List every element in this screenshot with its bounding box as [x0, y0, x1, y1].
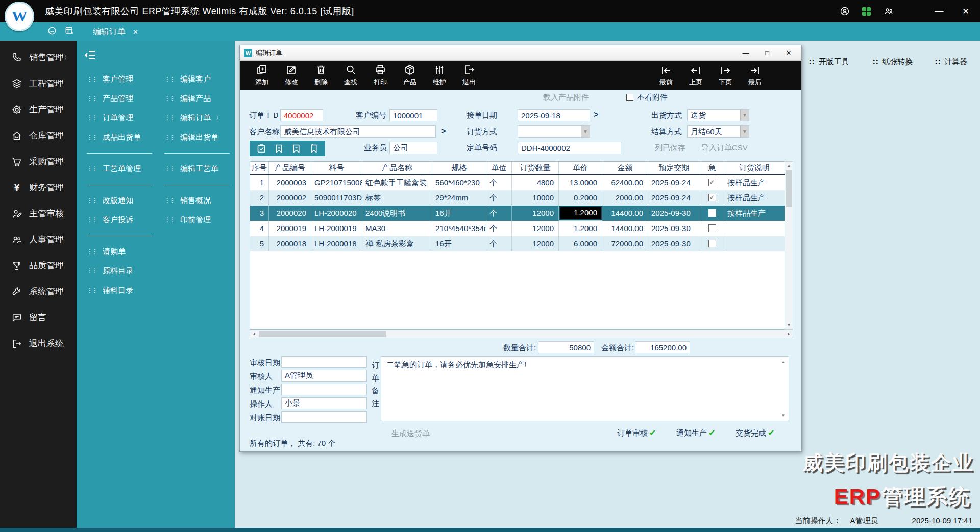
saved-columns-link[interactable]: 列已保存	[655, 143, 685, 153]
table-cell[interactable]: 560*460*230	[432, 175, 486, 190]
urgent-checkbox[interactable]: ✓	[708, 194, 716, 201]
scroll-down-icon[interactable]: ▾	[785, 321, 793, 329]
dropdown-arrow-icon[interactable]: ▼	[740, 110, 749, 121]
tab-close-icon[interactable]: ✕	[133, 28, 138, 36]
sidebar-item-sales[interactable]: 销售管理 〉	[0, 44, 77, 70]
sidebar-item-hr[interactable]: 人事管理	[0, 226, 77, 252]
load-attachment-link[interactable]: 载入产品附件	[543, 93, 589, 103]
bookmark-icon[interactable]	[308, 143, 319, 154]
green-app-icon[interactable]	[862, 7, 871, 16]
submenu-item-process-sheet[interactable]: ⋮⋮工艺单管理	[87, 159, 159, 179]
delivery-complete-status[interactable]: 交货完成✔	[736, 428, 774, 438]
scroll-down-icon[interactable]: ▾	[779, 412, 787, 419]
table-cell[interactable]: 29*24mm	[432, 190, 486, 206]
table-cell[interactable]: 10000	[512, 190, 559, 206]
skip-attachment-checkbox[interactable]	[626, 94, 633, 101]
review-date-input[interactable]	[281, 356, 367, 368]
settle-method-select[interactable]: 月结60天▼	[687, 125, 749, 138]
table-cell[interactable]: LH-2000018	[311, 236, 362, 251]
collapse-menu-icon[interactable]	[84, 49, 97, 63]
submenu-item-shipment[interactable]: ⋮⋮成品出货单	[87, 128, 159, 147]
urgent-checkbox[interactable]: ✓	[708, 179, 716, 186]
contacts-icon[interactable]	[883, 6, 894, 16]
sidebar-item-production[interactable]: 生产管理	[0, 96, 77, 122]
table-cell[interactable]: GP210715008	[311, 175, 362, 190]
table-cell[interactable]: 个	[486, 221, 512, 236]
submenu-item-complaints[interactable]: ⋮⋮客户投诉	[87, 210, 159, 230]
last-record-button[interactable]: 最后	[740, 63, 770, 89]
table-cell[interactable]: 5090011703D	[311, 190, 362, 206]
edit-button[interactable]: 修改	[277, 62, 306, 89]
order-method-select[interactable]: ▼	[518, 125, 590, 138]
table-cell[interactable]: 2000003	[269, 175, 311, 190]
table-cell[interactable]: ✓	[700, 190, 724, 206]
table-cell[interactable]: 2025-09-24	[648, 175, 700, 190]
dropdown-arrow-icon[interactable]: ▼	[581, 126, 590, 137]
table-cell[interactable]: 个	[486, 190, 512, 206]
confirm-check-icon[interactable]	[256, 143, 267, 154]
table-cell[interactable]: 2000002	[269, 190, 311, 206]
submenu-item-order-mgmt[interactable]: ⋮⋮订单管理	[87, 108, 159, 128]
table-cell[interactable]: 2	[250, 190, 269, 206]
sidebar-item-messages[interactable]: 留言	[0, 305, 77, 331]
table-cell[interactable]: 13.0000	[559, 175, 602, 190]
production-notified-status[interactable]: 通知生产✔	[676, 428, 715, 438]
table-cell[interactable]: 标签	[362, 190, 432, 206]
date-picker-button[interactable]: >	[594, 110, 598, 119]
bookmark-remove-icon[interactable]	[291, 143, 302, 154]
reconcile-date-input[interactable]	[281, 411, 367, 423]
table-cell[interactable]: 2025-09-30	[648, 236, 700, 251]
tool-imposition[interactable]: ∷开版工具	[809, 57, 849, 67]
maintain-button[interactable]: 维护	[425, 62, 454, 89]
table-cell[interactable]: 1	[250, 175, 269, 190]
table-horizontal-scrollbar[interactable]: ◂ ▸	[250, 330, 793, 338]
scroll-up-icon[interactable]: ▴	[785, 162, 793, 169]
column-header[interactable]: 料号	[311, 162, 362, 174]
table-cell[interactable]: MA30	[362, 221, 432, 236]
table-cell[interactable]: 按样品生产	[724, 206, 785, 221]
table-cell[interactable]: 禅-私房茶彩盒	[362, 236, 432, 251]
table-row[interactable]: 12000003GP210715008红色款手工罐盒装560*460*230个4…	[250, 175, 785, 190]
submenu-item-edit-customer[interactable]: ⋮⋮编辑客户	[164, 69, 237, 89]
table-cell[interactable]: 2025-09-30	[648, 221, 700, 236]
table-cell[interactable]: 2000018	[269, 236, 311, 251]
dialog-close-button[interactable]: ✕	[778, 46, 799, 60]
table-cell[interactable]: 72000.00	[602, 236, 648, 251]
sidebar-item-logout[interactable]: 退出系统	[0, 331, 77, 357]
table-row[interactable]: 52000018LH-2000018禅-私房茶彩盒16开个120006.0000…	[250, 236, 785, 251]
prev-page-button[interactable]: 上页	[681, 63, 710, 89]
table-cell[interactable]: 2025-09-30	[648, 206, 700, 221]
salesman-input[interactable]	[389, 142, 437, 154]
column-header[interactable]: 金额	[602, 162, 648, 174]
table-cell[interactable]: 14400.00	[602, 221, 648, 236]
table-cell[interactable]: 1.2000	[559, 221, 602, 236]
urgent-checkbox[interactable]	[708, 209, 716, 217]
sidebar-item-supervisor-review[interactable]: 主管审核	[0, 200, 77, 226]
table-cell[interactable]: 5	[250, 236, 269, 251]
submenu-item-raw-materials[interactable]: ⋮⋮原料目录	[87, 261, 159, 281]
minimize-button[interactable]: —	[932, 6, 946, 16]
order-remark-textarea[interactable]: 二笔急的订单，请务必优先加急安排生产!	[381, 356, 789, 421]
table-cell[interactable]: 2025-09-24	[648, 190, 700, 206]
column-header[interactable]: 急	[700, 162, 724, 174]
table-cell[interactable]: 210*4540*354mm	[432, 221, 486, 236]
table-cell[interactable]	[700, 236, 724, 251]
scroll-up-icon[interactable]: ▴	[779, 358, 787, 366]
table-cell[interactable]: 个	[486, 206, 512, 221]
urgent-checkbox[interactable]	[708, 224, 716, 232]
next-page-button[interactable]: 下页	[710, 63, 740, 89]
table-cell[interactable]: 2000020	[269, 206, 311, 221]
submenu-item-edit-product[interactable]: ⋮⋮编辑产品	[164, 89, 237, 108]
scroll-left-icon[interactable]: ◂	[250, 330, 258, 338]
sidebar-item-purchasing[interactable]: 采购管理	[0, 148, 77, 174]
table-cell[interactable]: 12000	[512, 236, 559, 251]
table-cell[interactable]: 16开	[432, 236, 486, 251]
table-cell[interactable]: ✓	[700, 175, 724, 190]
submenu-item-edit-order[interactable]: ⋮⋮编辑订单〉	[164, 108, 237, 128]
table-cell[interactable]: 62400.00	[602, 175, 648, 190]
submenu-item-customer-mgmt[interactable]: ⋮⋮客户管理	[87, 69, 159, 89]
reviewer-input[interactable]	[281, 370, 367, 382]
sidebar-item-engineering[interactable]: 工程管理	[0, 70, 77, 96]
export-grid-icon[interactable]	[64, 26, 82, 38]
sidebar-item-finance[interactable]: ¥ 财务管理	[0, 174, 77, 200]
